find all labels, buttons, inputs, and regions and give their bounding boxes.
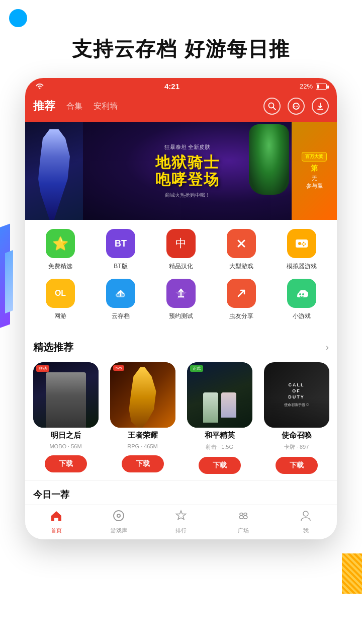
featured-more[interactable]: › (326, 342, 329, 353)
category-reservation[interactable]: 预约测试 (156, 279, 206, 320)
app-container: 支持云存档 好游每日推 4:21 22% 推荐 (0, 0, 362, 644)
game-name-shiming: 使命召唤 (282, 431, 312, 440)
ranking-icon (174, 509, 188, 525)
library-icon (112, 509, 125, 525)
header-icons (263, 98, 329, 115)
banner-subtitle: 狂暴泰坦 全新皮肤 (155, 143, 220, 151)
category-reservation-label: 预约测试 (169, 312, 193, 320)
tab-wall[interactable]: 安利墙 (94, 101, 118, 112)
category-share-icon (227, 279, 256, 308)
category-hanhua[interactable]: 中 精品汉化 (156, 229, 206, 271)
category-free-label: 免费精选 (48, 262, 72, 271)
nav-home[interactable]: 首页 (41, 509, 71, 534)
svg-point-4 (296, 106, 297, 107)
nav-plaza-label: 广场 (238, 527, 249, 534)
game-thumb-wangzhe: 5v5 (110, 362, 175, 428)
banner-title: 地狱骑士咆哮登场 (155, 154, 220, 189)
nav-me-label: 我 (303, 527, 309, 534)
category-reservation-icon (166, 279, 196, 308)
plaza-icon (237, 509, 250, 525)
svg-line-1 (274, 108, 276, 110)
category-cloud-label: 云存档 (112, 312, 130, 320)
nav-ranking[interactable]: 排行 (166, 509, 196, 534)
game-name-mingri: 明日之后 (51, 431, 81, 440)
category-hanhua-label: 精品汉化 (169, 262, 193, 271)
svg-point-26 (239, 516, 243, 519)
category-online[interactable]: OL 网游 (35, 279, 85, 320)
header: 推荐 合集 安利墙 (25, 95, 337, 122)
category-bt-icon: BT (106, 229, 135, 258)
blue-stripe2-decoration (5, 250, 13, 313)
header-tabs: 推荐 合集 安利墙 (33, 99, 118, 114)
nav-library[interactable]: 游戏库 (104, 509, 134, 534)
svg-point-20 (299, 293, 301, 295)
game-card-mingri[interactable]: 联动 明日之后 MOBO · 56M 下载 (29, 362, 102, 480)
tab-collection[interactable]: 合集 (66, 101, 82, 112)
status-left (35, 82, 44, 91)
download-button[interactable] (312, 98, 329, 115)
bottom-section-preview: 今日一荐 (25, 480, 337, 505)
category-online-label: 网游 (54, 312, 66, 320)
svg-line-19 (238, 290, 244, 296)
svg-point-28 (240, 513, 243, 516)
banner-main-content: 狂暴泰坦 全新皮肤 地狱骑士咆哮登场 商城火热抢购中哦！ (155, 143, 220, 199)
banner-right-text: 第 (311, 164, 318, 173)
game-meta-mingri: MOBO · 56M (49, 443, 81, 449)
game-name-wangzhe: 王者荣耀 (128, 431, 158, 440)
category-large-label: 大型游戏 (229, 262, 253, 271)
game-card-wangzhe[interactable]: 5v5 王者荣耀 RPG · 465M 下载 (106, 362, 179, 480)
svg-point-12 (303, 242, 305, 244)
svg-point-30 (303, 511, 308, 516)
orange-stripe-decoration (342, 553, 362, 594)
category-hanhua-icon: 中 (166, 229, 196, 258)
svg-point-15 (302, 244, 303, 245)
category-share[interactable]: 虫友分享 (216, 279, 266, 320)
category-emulator[interactable]: 模拟器游戏 (277, 229, 327, 271)
game-thumb-shiming: CALLOFDUTY 使命召唤手游 © (264, 362, 329, 428)
svg-point-3 (294, 106, 295, 107)
category-free[interactable]: ⭐ 免费精选 (35, 229, 85, 271)
nav-plaza[interactable]: 广场 (228, 509, 258, 534)
category-large[interactable]: 大型游戏 (216, 229, 266, 271)
category-mini[interactable]: 小游戏 (277, 279, 327, 320)
categories: ⭐ 免费精选 BT BT版 中 精品汉化 (25, 220, 337, 334)
status-time: 4:21 (164, 82, 179, 91)
svg-point-13 (305, 244, 306, 245)
download-heping[interactable]: 下载 (199, 457, 241, 474)
mingri-badge: 联动 (36, 365, 49, 372)
wifi-icon (35, 82, 44, 91)
category-bt[interactable]: BT BT版 (96, 229, 146, 271)
svg-marker-25 (176, 511, 186, 520)
svg-point-29 (244, 513, 247, 516)
wangzhe-badge: 5v5 (113, 365, 125, 371)
download-shiming[interactable]: 下载 (276, 457, 318, 474)
svg-point-24 (118, 515, 120, 517)
category-row-2: OL 网游 云存档 (30, 279, 332, 320)
svg-point-11 (298, 242, 301, 245)
game-meta-heping: 射击 · 1.5G (206, 443, 233, 451)
me-icon (299, 509, 312, 525)
game-thumb-mingri: 联动 (33, 362, 99, 428)
download-mingri[interactable]: 下载 (45, 455, 87, 472)
banner-right: 百万大奖 第 无参与赢 (292, 122, 337, 220)
chat-button[interactable] (288, 98, 305, 115)
nav-me[interactable]: 我 (291, 509, 321, 534)
category-cloud[interactable]: 云存档 (96, 279, 146, 320)
tab-recommend[interactable]: 推荐 (33, 99, 55, 114)
blue-dot-decoration (9, 9, 27, 27)
svg-point-21 (302, 293, 304, 295)
category-large-icon (227, 229, 256, 258)
game-card-heping[interactable]: 正式 和平精英 射击 · 1.5G 下载 (183, 362, 256, 480)
svg-point-27 (243, 516, 247, 519)
banner-area[interactable]: 狂暴泰坦 全新皮肤 地狱骑士咆哮登场 商城火热抢购中哦！ 百万大奖 第 无参与赢 (25, 122, 337, 220)
download-wangzhe[interactable]: 下载 (122, 455, 164, 472)
featured-header: 精选推荐 › (25, 334, 337, 358)
game-cards: 联动 明日之后 MOBO · 56M 下载 5v5 (25, 358, 337, 480)
featured-title: 精选推荐 (33, 341, 73, 354)
search-button[interactable] (263, 98, 281, 115)
game-card-shiming[interactable]: CALLOFDUTY 使命召唤手游 © 使命召唤 卡牌 · 897 下载 (260, 362, 333, 480)
bottom-section-title: 今日一荐 (33, 490, 69, 500)
category-cloud-icon (106, 279, 135, 308)
nav-library-label: 游戏库 (111, 527, 127, 534)
game-name-heping: 和平精英 (205, 431, 235, 440)
